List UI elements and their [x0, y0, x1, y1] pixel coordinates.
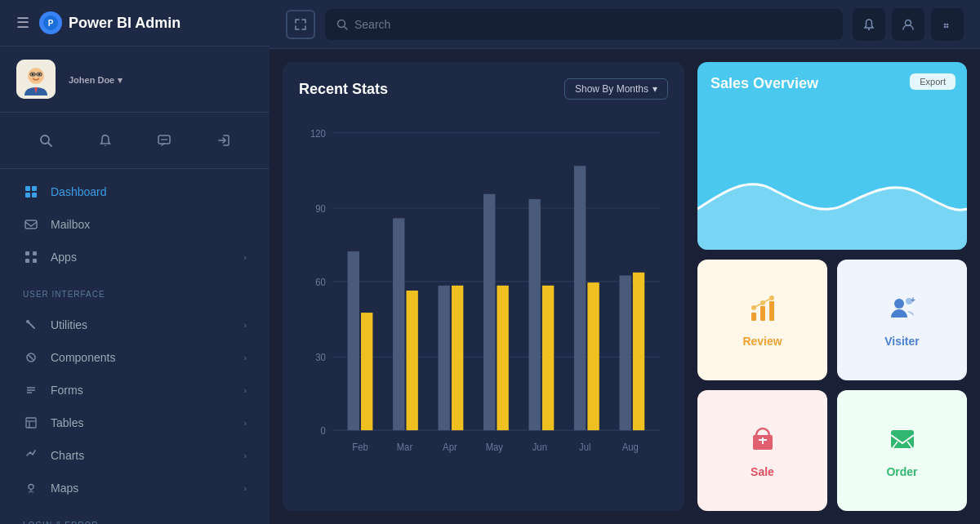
svg-rect-59: [439, 286, 450, 430]
svg-text:60: 60: [315, 276, 326, 288]
svg-text:May: May: [486, 441, 504, 453]
stat-card-order[interactable]: Order: [837, 390, 967, 511]
svg-rect-68: [574, 166, 586, 430]
sidebar-item-maps[interactable]: Maps ›: [7, 472, 263, 504]
apps-icon: [23, 249, 39, 265]
sidebar-bell-icon[interactable]: [91, 126, 120, 155]
mailbox-icon: [23, 216, 39, 233]
forms-arrow: ›: [243, 385, 247, 395]
search-input[interactable]: [354, 18, 831, 31]
topbar-user-button[interactable]: [892, 8, 924, 41]
svg-rect-22: [33, 259, 37, 263]
search-icon: [336, 19, 348, 30]
svg-rect-54: [361, 313, 372, 430]
nav-section: Dashboard Mailbox Apps ›: [0, 169, 270, 280]
section-label-ui: USER INTERFACE: [0, 280, 270, 302]
forms-icon: [23, 382, 39, 398]
components-icon: [23, 349, 39, 366]
svg-text:Aug: Aug: [622, 441, 639, 453]
stat-card-sale[interactable]: Sale: [697, 390, 827, 511]
svg-rect-20: [33, 251, 37, 255]
sidebar-item-tables[interactable]: Tables ›: [7, 406, 263, 439]
svg-rect-17: [32, 193, 37, 198]
sidebar-logout-icon[interactable]: [209, 126, 238, 155]
svg-point-82: [894, 299, 904, 309]
dashboard-icon: [23, 184, 39, 200]
svg-text:Jul: Jul: [579, 441, 590, 453]
svg-point-42: [947, 25, 949, 28]
sidebar-item-charts[interactable]: Charts ›: [7, 439, 263, 472]
svg-text:30: 30: [315, 351, 326, 363]
sidebar-item-components[interactable]: Components ›: [7, 341, 263, 374]
export-button[interactable]: Export: [910, 73, 956, 90]
chart-header: Recent Stats Show By Months ▾: [299, 78, 668, 100]
chart-panel: Recent Stats Show By Months ▾ 120 90: [283, 62, 684, 511]
main-area: Recent Stats Show By Months ▾ 120 90: [270, 0, 980, 524]
svg-point-3: [28, 68, 44, 84]
stat-card-review[interactable]: Review: [697, 260, 827, 380]
svg-point-40: [947, 23, 949, 25]
svg-line-36: [345, 26, 348, 29]
svg-rect-53: [348, 251, 359, 430]
svg-point-34: [29, 485, 33, 490]
sidebar-header: ☰ P Power BI Admin: [0, 0, 270, 47]
svg-rect-16: [25, 193, 30, 198]
sidebar-item-utilities[interactable]: Utilities ›: [7, 309, 263, 341]
components-arrow: ›: [243, 353, 247, 362]
utilities-icon: [23, 317, 39, 333]
sales-overview-card: Sales Overview Export: [697, 62, 967, 250]
svg-rect-14: [25, 186, 30, 191]
svg-rect-21: [25, 259, 29, 263]
review-label: Review: [742, 335, 782, 348]
bar-chart-svg: 120 90 60 30 0 Feb Mar: [299, 113, 668, 495]
svg-rect-66: [542, 286, 554, 430]
svg-text:P: P: [48, 19, 54, 28]
svg-rect-65: [528, 199, 540, 430]
show-by-months-button[interactable]: Show By Months ▾: [564, 78, 668, 100]
review-icon: [748, 293, 777, 328]
sale-icon: [748, 424, 777, 459]
svg-rect-74: [751, 313, 756, 321]
sidebar-search-icon[interactable]: [31, 126, 60, 155]
tables-arrow: ›: [243, 418, 247, 428]
svg-point-4: [32, 73, 34, 76]
svg-point-39: [944, 23, 947, 25]
maps-label: Maps: [51, 482, 78, 495]
chart-title: Recent Stats: [299, 81, 388, 98]
dropdown-arrow[interactable]: ▾: [118, 75, 122, 85]
topbar-dots-button[interactable]: [931, 8, 964, 41]
svg-point-41: [944, 25, 947, 28]
tables-icon: [23, 415, 39, 431]
sidebar-item-apps[interactable]: Apps ›: [7, 241, 263, 273]
topbar-actions: [853, 8, 964, 41]
sidebar-chat-icon[interactable]: [149, 126, 179, 155]
svg-text:Jun: Jun: [532, 441, 547, 453]
svg-rect-63: [497, 286, 508, 430]
right-panel: Sales Overview Export: [697, 62, 967, 511]
svg-text:90: 90: [315, 202, 326, 215]
visiter-icon: +: [888, 293, 917, 328]
sidebar-item-dashboard[interactable]: Dashboard: [7, 175, 263, 208]
svg-rect-71: [619, 276, 630, 431]
brand-logo: P: [39, 11, 62, 34]
svg-rect-72: [633, 273, 644, 430]
utilities-arrow: ›: [243, 320, 247, 330]
svg-rect-30: [26, 418, 36, 428]
apps-label: Apps: [51, 251, 77, 264]
svg-text:+: +: [911, 295, 915, 304]
svg-rect-76: [769, 301, 774, 321]
brand: P Power BI Admin: [39, 11, 180, 34]
sidebar-icons-row: [0, 113, 270, 169]
svg-text:Apr: Apr: [443, 441, 457, 453]
mailbox-label: Mailbox: [51, 218, 90, 231]
expand-button[interactable]: [286, 10, 315, 39]
svg-rect-56: [393, 218, 404, 430]
forms-label: Forms: [51, 384, 83, 397]
svg-rect-62: [483, 194, 495, 430]
sidebar-item-forms[interactable]: Forms ›: [7, 374, 263, 406]
hamburger-icon[interactable]: ☰: [16, 14, 29, 32]
sidebar-item-mailbox[interactable]: Mailbox: [7, 208, 263, 241]
charts-icon: [23, 447, 39, 464]
stat-card-visiter[interactable]: + Visiter: [837, 260, 967, 380]
topbar-bell-button[interactable]: [853, 8, 885, 41]
